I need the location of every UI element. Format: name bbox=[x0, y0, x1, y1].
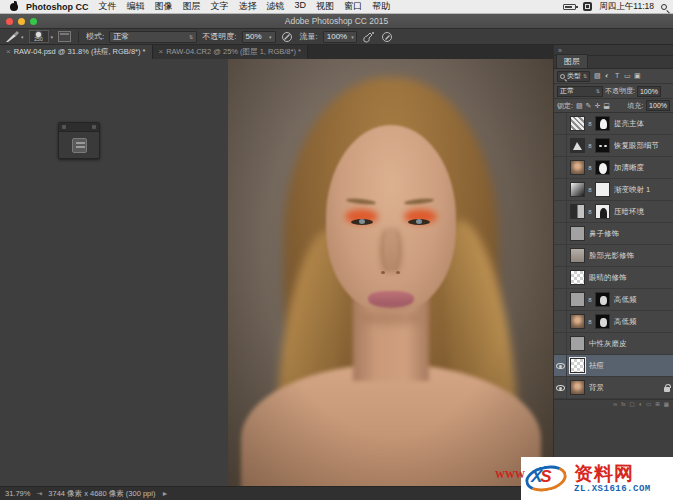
pressure-opacity-icon[interactable] bbox=[281, 31, 295, 43]
visibility-toggle[interactable] bbox=[554, 311, 567, 332]
layer-mask-thumbnail[interactable] bbox=[595, 314, 610, 329]
layer-thumbnail[interactable] bbox=[570, 358, 585, 373]
visibility-toggle[interactable] bbox=[554, 267, 567, 288]
layer-row[interactable]: 8高低频 bbox=[554, 311, 673, 333]
layer-row[interactable]: 背景 bbox=[554, 377, 673, 399]
layer-thumbnail[interactable] bbox=[570, 380, 585, 395]
brush-preset-picker[interactable]: 250 ▾ bbox=[29, 30, 54, 43]
menu-item[interactable]: 图像 bbox=[155, 0, 173, 13]
visibility-toggle[interactable] bbox=[554, 377, 567, 398]
document-tab[interactable]: ×RAW-04.CR2 @ 25% (图层 1, RGB/8*) * bbox=[153, 45, 308, 59]
layer-row[interactable]: 8加清晰度 bbox=[554, 157, 673, 179]
lock-all-icon[interactable]: ⬓ bbox=[603, 102, 610, 110]
menu-item[interactable]: 帮助 bbox=[372, 0, 390, 13]
layer-thumbnail[interactable] bbox=[570, 314, 585, 329]
pixel-filter-icon[interactable]: ▨ bbox=[592, 72, 602, 80]
layer-mask-thumbnail[interactable] bbox=[595, 160, 610, 175]
layer-blend-mode-select[interactable]: 正常 ⇅ bbox=[557, 86, 603, 97]
layer-thumbnail[interactable] bbox=[570, 138, 585, 153]
layer-mask-thumbnail[interactable] bbox=[595, 138, 610, 153]
blend-mode-select[interactable]: 正常 ⇅ bbox=[109, 31, 197, 43]
layer-mask-thumbnail[interactable] bbox=[595, 204, 610, 219]
visibility-toggle[interactable] bbox=[554, 201, 567, 222]
airbrush-icon[interactable] bbox=[362, 31, 376, 43]
menu-item[interactable]: 文件 bbox=[99, 0, 117, 13]
apple-icon[interactable] bbox=[10, 3, 18, 11]
layer-styles-icon[interactable]: fx bbox=[621, 401, 625, 407]
toggle-brush-panel-button[interactable] bbox=[58, 31, 71, 42]
layer-thumbnail[interactable] bbox=[570, 160, 585, 175]
link-layers-icon[interactable]: ∞ bbox=[613, 401, 617, 407]
filter-kind-select[interactable]: 类型 ⇅ bbox=[557, 71, 590, 82]
visibility-toggle[interactable] bbox=[554, 355, 567, 376]
layer-thumbnail[interactable] bbox=[570, 226, 585, 241]
canvas-area[interactable] bbox=[0, 59, 553, 486]
layer-thumbnail[interactable] bbox=[570, 182, 585, 197]
menu-item[interactable]: 滤镜 bbox=[267, 0, 285, 13]
layer-row[interactable]: 脸部光影修饰 bbox=[554, 245, 673, 267]
layer-row[interactable]: 8渐变映射 1 bbox=[554, 179, 673, 201]
document-image[interactable] bbox=[228, 59, 553, 486]
document-tab[interactable]: ×RAW-04.psd @ 31.8% (祛痘, RGB/8*) * bbox=[0, 45, 153, 59]
menu-item[interactable]: 窗口 bbox=[344, 0, 362, 13]
tab-layers[interactable]: 图层 bbox=[556, 54, 588, 68]
menu-item[interactable]: 编辑 bbox=[127, 0, 145, 13]
fill-field[interactable]: 100% bbox=[646, 100, 670, 111]
visibility-toggle[interactable] bbox=[554, 333, 567, 354]
layer-row[interactable]: 中性灰磨皮 bbox=[554, 333, 673, 355]
lock-position-icon[interactable]: ✛ bbox=[594, 102, 600, 110]
layer-row[interactable]: 8压暗环境 bbox=[554, 201, 673, 223]
layer-thumbnail[interactable] bbox=[570, 204, 585, 219]
zoom-window-button[interactable] bbox=[30, 18, 37, 25]
visibility-toggle[interactable] bbox=[554, 245, 567, 266]
layer-row[interactable]: 祛痘 bbox=[554, 355, 673, 377]
menu-clock[interactable]: 周四上午11:18 bbox=[599, 1, 654, 13]
collapse-icon[interactable] bbox=[92, 125, 96, 129]
spotlight-search-icon[interactable] bbox=[661, 4, 667, 10]
visibility-toggle[interactable] bbox=[554, 289, 567, 310]
layer-mask-thumbnail[interactable] bbox=[595, 182, 610, 197]
app-menu[interactable]: Photoshop CC bbox=[26, 2, 89, 12]
menu-item[interactable]: 视图 bbox=[316, 0, 334, 13]
tab-close-icon[interactable]: × bbox=[6, 48, 11, 56]
layer-row[interactable]: 8恢复眼部细节 bbox=[554, 135, 673, 157]
input-method-icon[interactable] bbox=[583, 2, 592, 11]
document-info[interactable]: 3744 像素 x 4680 像素 (300 ppi) bbox=[48, 489, 155, 499]
floating-panel[interactable] bbox=[58, 122, 100, 159]
layer-mask-thumbnail[interactable] bbox=[595, 292, 610, 307]
lock-pixels-icon[interactable]: ✎ bbox=[586, 102, 592, 110]
layer-thumbnail[interactable] bbox=[570, 270, 585, 285]
visibility-toggle[interactable] bbox=[554, 179, 567, 200]
visibility-toggle[interactable] bbox=[554, 157, 567, 178]
brush-tool-preset[interactable]: ▾ bbox=[5, 31, 24, 43]
floating-panel-titlebar[interactable] bbox=[59, 123, 99, 132]
adjustment-layer-icon[interactable]: ◐ bbox=[639, 401, 642, 407]
smart-object-filter-icon[interactable]: ▣ bbox=[632, 72, 642, 80]
pressure-size-icon[interactable] bbox=[381, 31, 395, 43]
zoom-level-field[interactable]: 31.79% bbox=[5, 489, 30, 498]
opacity-select[interactable]: 50% ▾ bbox=[242, 31, 276, 43]
layer-thumbnail[interactable] bbox=[570, 116, 585, 131]
layer-opacity-field[interactable]: 100% bbox=[637, 86, 661, 97]
visibility-toggle[interactable] bbox=[554, 135, 567, 156]
shape-filter-icon[interactable]: ▭ bbox=[622, 72, 632, 80]
layer-row[interactable]: 鼻子修饰 bbox=[554, 223, 673, 245]
menu-item[interactable]: 选择 bbox=[239, 0, 257, 13]
layer-thumbnail[interactable] bbox=[570, 248, 585, 263]
layer-mask-thumbnail[interactable] bbox=[595, 116, 610, 131]
delete-layer-icon[interactable]: ▦ bbox=[664, 401, 669, 407]
layer-row[interactable]: 眼睛的修饰 bbox=[554, 267, 673, 289]
menu-item[interactable]: 3D bbox=[295, 0, 307, 13]
flow-select[interactable]: 100% ▾ bbox=[323, 31, 357, 43]
visibility-toggle[interactable] bbox=[554, 223, 567, 244]
add-mask-icon[interactable]: ▢ bbox=[629, 401, 634, 407]
layer-thumbnail[interactable] bbox=[570, 292, 585, 307]
lock-transparency-icon[interactable]: ▨ bbox=[576, 102, 583, 110]
new-layer-icon[interactable]: ⊞ bbox=[655, 401, 660, 407]
menu-item[interactable]: 文字 bbox=[211, 0, 229, 13]
layer-row[interactable]: 8高低频 bbox=[554, 289, 673, 311]
tab-close-icon[interactable]: × bbox=[159, 48, 164, 56]
status-popup-icon[interactable]: ► bbox=[161, 490, 168, 497]
menu-item[interactable]: 图层 bbox=[183, 0, 201, 13]
layer-row[interactable]: 8提亮主体 bbox=[554, 113, 673, 135]
